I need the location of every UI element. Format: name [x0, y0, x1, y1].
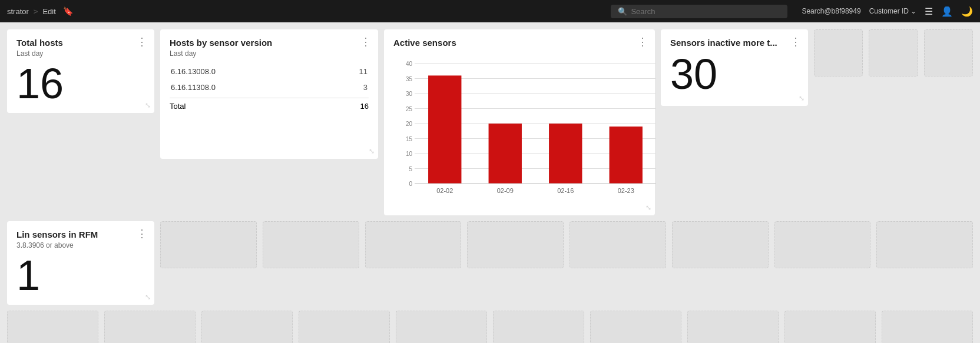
- svg-text:0: 0: [409, 181, 412, 187]
- bar: [549, 124, 582, 184]
- sensor-version-menu-btn[interactable]: ⋮: [360, 36, 371, 47]
- lin-sensors-card: Lin sensors in RFM ⋮ 3.8.3906 or above 1…: [7, 221, 154, 305]
- empty-6: [493, 311, 584, 343]
- total-hosts-title: Total hosts: [16, 38, 63, 48]
- sensor-version-total-label: Total: [170, 102, 186, 111]
- total-hosts-resize: ⤡: [145, 101, 151, 109]
- total-hosts-subtitle: Last day: [16, 49, 145, 58]
- search-bar[interactable]: 🔍: [611, 5, 787, 18]
- sensor-version-table: 6.16.13008.0116.16.11308.03: [170, 64, 369, 95]
- lin-sensors-menu-btn[interactable]: ⋮: [137, 228, 147, 239]
- empty-row-1: [7, 311, 973, 343]
- menu-lines-icon[interactable]: ☰: [925, 6, 933, 17]
- sensor-version-title: Hosts by sensor version: [170, 38, 272, 48]
- bookmark-icon[interactable]: 🔖: [63, 6, 73, 16]
- main-content: Total hosts ⋮ Last day 16 ⤡ Hosts by sen…: [0, 22, 980, 343]
- lin-sensors-value: 1: [16, 254, 145, 297]
- placeholder-row2-5: [570, 221, 666, 268]
- placeholder-row2-6: [672, 221, 769, 268]
- bar: [428, 75, 461, 184]
- empty-8: [687, 311, 779, 343]
- svg-text:10: 10: [406, 151, 413, 157]
- empty-7: [590, 311, 681, 343]
- empty-5: [396, 311, 487, 343]
- svg-text:30: 30: [406, 91, 413, 97]
- brand-label: strator: [7, 7, 29, 16]
- table-row: 6.16.11308.03: [170, 79, 369, 95]
- sensor-version-total-value: 16: [360, 102, 369, 111]
- placeholder-2: [869, 29, 918, 76]
- svg-text:02-09: 02-09: [497, 187, 514, 194]
- sensors-inactive-title: Sensors inactive more t...: [670, 38, 777, 48]
- sensors-inactive-resize: ⤡: [799, 94, 804, 102]
- lin-sensors-subtitle: 3.8.3906 or above: [16, 241, 145, 249]
- active-sensors-menu-btn[interactable]: ⋮: [637, 36, 648, 47]
- breadcrumb-sep: >: [34, 7, 38, 16]
- placeholder-row2-3: [365, 221, 462, 268]
- customer-id-dropdown[interactable]: Customer ID ⌄: [869, 7, 916, 15]
- empty-1: [7, 311, 98, 343]
- svg-text:35: 35: [406, 76, 413, 82]
- dark-mode-icon[interactable]: 🌙: [961, 6, 973, 17]
- total-hosts-value: 16: [16, 62, 145, 105]
- bar: [610, 126, 643, 184]
- chart-svg: 051015202530354002-0202-0902-1602-23: [393, 54, 664, 207]
- user-icon[interactable]: 👤: [941, 6, 953, 17]
- version-count: 3: [332, 79, 369, 95]
- search-icon: 🔍: [618, 7, 627, 16]
- empty-3: [201, 311, 293, 343]
- placeholder-row2-2: [263, 221, 359, 268]
- svg-text:25: 25: [406, 106, 413, 112]
- version-label: 6.16.13008.0: [170, 64, 332, 79]
- sensor-version-total: Total 16: [170, 98, 369, 111]
- empty-9: [784, 311, 876, 343]
- svg-text:02-23: 02-23: [618, 187, 634, 194]
- bar: [489, 124, 522, 184]
- table-row: 6.16.13008.011: [170, 64, 369, 79]
- active-sensors-chart: 051015202530354002-0202-0902-1602-23: [393, 54, 645, 207]
- sensors-inactive-card: Sensors inactive more t... ⋮ 30 ⤡: [661, 29, 808, 106]
- version-count: 11: [332, 64, 369, 79]
- card-row-1: Total hosts ⋮ Last day 16 ⤡ Hosts by sen…: [7, 29, 973, 215]
- empty-10: [882, 311, 973, 343]
- lin-sensors-resize: ⤡: [145, 293, 151, 301]
- svg-text:20: 20: [406, 121, 413, 127]
- sensor-version-table-wrapper: 6.16.13008.0116.16.11308.03 Total 16: [170, 64, 369, 111]
- sensor-version-resize: ⤡: [369, 147, 375, 155]
- placeholder-3: [924, 29, 973, 76]
- active-sensors-card: Active sensors ⋮ 051015202530354002-0202…: [384, 29, 655, 215]
- active-sensors-title: Active sensors: [393, 38, 456, 48]
- total-hosts-card: Total hosts ⋮ Last day 16 ⤡: [7, 29, 154, 113]
- sensor-version-card: Hosts by sensor version ⋮ Last day 6.16.…: [160, 29, 378, 159]
- svg-text:02-02: 02-02: [436, 187, 453, 194]
- version-label: 6.16.11308.0: [170, 79, 332, 95]
- svg-text:02-16: 02-16: [557, 187, 574, 194]
- svg-text:5: 5: [409, 166, 412, 172]
- search-input[interactable]: [631, 7, 780, 16]
- placeholder-row2-1: [160, 221, 257, 268]
- empty-2: [104, 311, 196, 343]
- empty-4: [299, 311, 390, 343]
- lin-sensors-title: Lin sensors in RFM: [16, 229, 98, 239]
- total-hosts-menu-btn[interactable]: ⋮: [137, 36, 147, 47]
- topnav-right: Search@b8f98949 Customer ID ⌄ ☰ 👤 🌙: [802, 6, 973, 17]
- edit-label[interactable]: Edit: [42, 7, 55, 16]
- sensors-inactive-menu-btn[interactable]: ⋮: [790, 36, 801, 47]
- sensor-version-subtitle: Last day: [170, 49, 369, 58]
- sensors-inactive-value: 30: [670, 53, 799, 95]
- svg-text:40: 40: [406, 61, 413, 67]
- placeholder-row2-7: [774, 221, 871, 268]
- card-row-2: Lin sensors in RFM ⋮ 3.8.3906 or above 1…: [7, 221, 973, 305]
- placeholder-row2-8: [876, 221, 973, 268]
- user-email: Search@b8f98949: [802, 7, 860, 15]
- active-sensors-resize: ⤡: [645, 204, 651, 212]
- placeholder-row2-4: [467, 221, 564, 268]
- topnav: strator > Edit 🔖 🔍 Search@b8f98949 Custo…: [0, 0, 980, 22]
- svg-text:15: 15: [406, 136, 413, 142]
- placeholder-1: [814, 29, 863, 76]
